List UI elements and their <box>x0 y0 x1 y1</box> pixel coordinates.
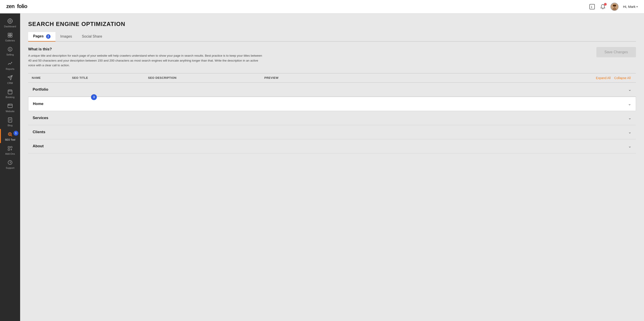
sidebar-item-booking[interactable]: Booking <box>0 86 20 101</box>
svg-rect-43 <box>8 149 10 150</box>
app-body: Dashboard Galleries $ Selling <box>0 14 644 321</box>
blog-icon <box>7 117 13 123</box>
user-greeting[interactable]: Hi, Mark ▾ <box>623 5 638 9</box>
selling-icon: $ <box>7 46 13 52</box>
sidebar-label-galleries: Galleries <box>5 39 15 42</box>
col-name: NAME <box>32 76 72 80</box>
svg-text:folio: folio <box>17 3 27 9</box>
svg-rect-18 <box>10 33 12 35</box>
accordion-chevron-clients: ⌄ <box>628 130 632 135</box>
col-seo-description: SEO DESCRIPTION <box>148 76 264 80</box>
col-seo-title: SEO TITLE <box>72 76 148 80</box>
sidebar-label-support: Support <box>6 167 14 169</box>
svg-rect-2 <box>590 4 594 9</box>
sidebar-label-website: Website <box>6 110 14 113</box>
sidebar-item-crm[interactable]: CRM <box>0 72 20 86</box>
tab-social-share-label: Social Share <box>82 35 102 38</box>
seo-tool-icon <box>7 131 13 137</box>
accordion-row-services: Services ⌄ <box>28 111 636 125</box>
info-text: What is this? A unique title and descrip… <box>28 47 263 68</box>
sidebar-label-dashboard: Dashboard <box>4 25 16 28</box>
svg-rect-23 <box>8 90 12 94</box>
svg-point-12 <box>10 20 11 22</box>
notifications-icon[interactable] <box>600 4 606 10</box>
accordion-name-home: Home <box>33 102 44 106</box>
main-content: SEARCH ENGINE OPTIMIZATION Pages 2 Image… <box>20 14 644 321</box>
svg-rect-42 <box>10 146 12 148</box>
info-description: A unique title and description for each … <box>28 53 263 68</box>
tab-images[interactable]: Images <box>56 32 77 42</box>
info-icon[interactable]: i <box>589 4 595 10</box>
step-badge-3: 3 <box>91 94 97 100</box>
topnav-right: i Hi, Mark ▾ <box>589 3 638 11</box>
avatar[interactable] <box>610 3 618 11</box>
tab-images-label: Images <box>60 35 72 38</box>
info-section: What is this? A unique title and descrip… <box>28 47 636 68</box>
accordion-list: Portfolio ⌄ 3 Home ⌄ Services ⌄ <box>28 83 636 153</box>
sidebar-label-seo-tool: SEO Tool <box>5 138 15 141</box>
svg-rect-17 <box>8 33 10 35</box>
sidebar-item-add-ons[interactable]: Add-Ons <box>0 143 20 157</box>
accordion-chevron-home: ⌄ <box>628 101 631 106</box>
svg-point-9 <box>613 6 614 7</box>
svg-point-10 <box>615 6 616 7</box>
accordion-name-services: Services <box>33 116 48 120</box>
accordion-row-home: 3 Home ⌄ <box>28 97 636 111</box>
sidebar-item-selling[interactable]: $ Selling <box>0 44 20 58</box>
tab-pages-badge: 2 <box>46 34 50 39</box>
accordion-header-about[interactable]: About ⌄ <box>28 139 636 153</box>
website-icon <box>7 103 13 109</box>
active-indicator <box>0 129 1 143</box>
sidebar-item-website[interactable]: Website <box>0 101 20 115</box>
accordion-chevron-services: ⌄ <box>628 116 632 120</box>
sidebar: Dashboard Galleries $ Selling <box>0 14 20 321</box>
accordion-name-portfolio: Portfolio <box>33 87 48 92</box>
sidebar-label-crm: CRM <box>7 82 13 85</box>
step-badge-1: 1 <box>14 131 18 136</box>
sidebar-label-blog: Blog <box>8 124 12 127</box>
save-changes-button[interactable]: Save Changes <box>596 47 636 57</box>
logo: zen folio <box>6 2 38 11</box>
svg-text:$: $ <box>9 48 11 51</box>
col-preview: PREVIEW <box>264 76 594 80</box>
galleries-icon <box>7 32 13 38</box>
expand-all-button[interactable]: Expand All <box>594 76 612 80</box>
accordion-header-clients[interactable]: Clients ⌄ <box>28 125 636 139</box>
accordion-chevron-about: ⌄ <box>628 144 632 149</box>
booking-icon <box>7 89 13 95</box>
sidebar-item-seo-tool[interactable]: 1 SEO Tool <box>0 129 20 143</box>
svg-rect-8 <box>613 5 616 6</box>
svg-line-35 <box>11 135 12 136</box>
sidebar-label-reports: Reports <box>6 68 14 71</box>
accordion-name-clients: Clients <box>33 130 46 134</box>
accordion-row-clients: Clients ⌄ <box>28 125 636 139</box>
sidebar-label-selling: Selling <box>6 53 14 56</box>
page-title: SEARCH ENGINE OPTIMIZATION <box>28 21 636 28</box>
sidebar-item-galleries[interactable]: Galleries <box>0 30 20 44</box>
accordion-header-services[interactable]: Services ⌄ <box>28 111 636 125</box>
support-icon: ? <box>7 159 13 166</box>
reports-icon <box>7 61 13 67</box>
accordion-chevron-portfolio: ⌄ <box>628 87 632 92</box>
notification-badge <box>604 3 607 6</box>
tab-pages-label: Pages <box>33 34 44 38</box>
sidebar-item-support[interactable]: ? Support <box>0 157 20 171</box>
tab-pages[interactable]: Pages 2 <box>28 32 56 42</box>
accordion-header-portfolio[interactable]: Portfolio ⌄ <box>28 83 636 97</box>
accordion-header-home[interactable]: Home ⌄ <box>28 97 636 111</box>
table-header: NAME SEO TITLE SEO DESCRIPTION PREVIEW E… <box>28 73 636 83</box>
sidebar-label-add-ons: Add-Ons <box>5 152 15 155</box>
tabs: Pages 2 Images Social Share <box>28 32 636 42</box>
sidebar-item-reports[interactable]: Reports <box>0 58 20 72</box>
svg-text:?: ? <box>10 161 11 164</box>
info-heading: What is this? <box>28 47 263 52</box>
tab-social-share[interactable]: Social Share <box>77 32 107 42</box>
svg-rect-41 <box>8 146 10 148</box>
add-ons-icon <box>7 145 13 152</box>
sidebar-item-blog[interactable]: Blog <box>0 115 20 129</box>
svg-point-36 <box>9 133 10 135</box>
collapse-all-button[interactable]: Collapse All <box>612 76 632 80</box>
svg-rect-27 <box>8 104 12 108</box>
sidebar-item-dashboard[interactable]: Dashboard <box>0 16 20 30</box>
dashboard-icon <box>7 18 13 24</box>
